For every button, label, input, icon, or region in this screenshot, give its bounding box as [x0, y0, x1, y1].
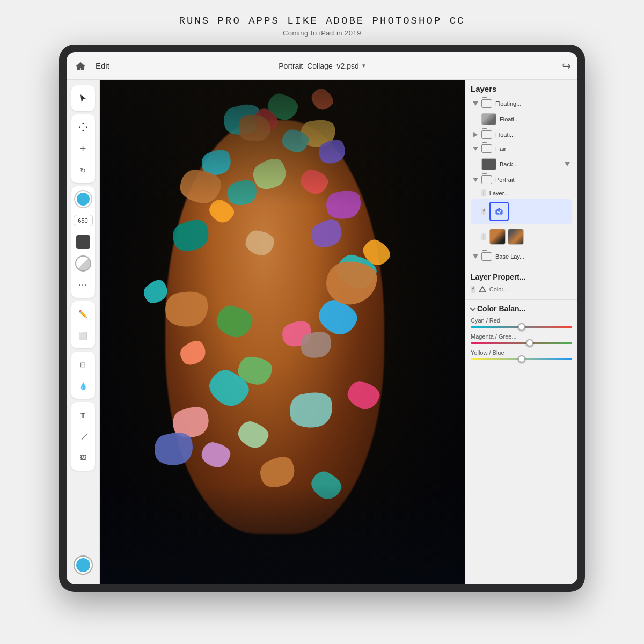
type-tool[interactable]: T [74, 405, 93, 425]
layer-base-folder[interactable]: Base Lay... [471, 250, 572, 264]
selected-layer-box [489, 202, 509, 221]
file-dropdown-arrow[interactable]: ▾ [362, 62, 365, 69]
cb-label-mag-green: Magenta / Gree... [471, 333, 572, 340]
svg-marker-1 [479, 287, 486, 292]
expand-icon-back[interactable] [565, 162, 570, 167]
layer-item-portrait[interactable]: f Layer... [471, 187, 572, 199]
folder-icon-base [481, 252, 492, 261]
color-balance-title: Color Balan... [471, 304, 572, 313]
tool-group-crop: ⊡ 💧 [71, 352, 95, 399]
color-prop-label: Color... [489, 286, 572, 292]
canvas-artwork [100, 80, 465, 584]
layer-name-item: Layer... [489, 190, 570, 196]
folder-icon-portrait [481, 175, 492, 184]
color-pieces [100, 80, 465, 584]
main-content: + ↻ 650 ··· [67, 80, 577, 584]
fx-label: f [471, 286, 475, 293]
right-panel: Layers Floating... Floati... [465, 80, 577, 584]
avatar-1 [489, 229, 506, 245]
home-icon[interactable] [73, 58, 88, 74]
bottom-color-indicator[interactable] [75, 557, 92, 574]
undo-button[interactable]: ↩ [562, 60, 571, 72]
mini-avatars [489, 226, 524, 247]
eyedropper-tool[interactable]: 💧 [74, 376, 93, 396]
layer-name-3: Floati... [495, 131, 570, 138]
cb-row-mag-green: Magenta / Gree... [471, 333, 572, 344]
cb-thumb-mag-green[interactable] [526, 339, 533, 347]
expand-icon-portrait[interactable] [473, 177, 478, 182]
fx-badge: f [481, 189, 486, 196]
header-title: RUNS PRO APPS LIKE ADOBE PHOTOSHOP CC [179, 15, 465, 27]
line-tool[interactable]: — [69, 423, 97, 450]
expand-icon-2[interactable] [473, 132, 478, 137]
brush-size-display: 650 [74, 215, 93, 226]
cb-slider-cyan-red[interactable] [471, 326, 572, 328]
layer-floating-folder[interactable]: Floating... [471, 97, 572, 111]
avatar-2 [508, 229, 524, 245]
tool-group-pen: ✏️ ⬜ [71, 301, 95, 348]
layer-back[interactable]: Back... [471, 156, 572, 173]
tool-group-brush: 650 ··· [71, 186, 95, 298]
layer-floating-folder-2[interactable]: Floati... [471, 128, 572, 142]
expand-icon-hair[interactable] [473, 146, 478, 151]
prop-row-color: f Color... [471, 286, 572, 293]
fx-badge-2: f [481, 208, 486, 215]
layer-portrait-folder[interactable]: Portrait [471, 173, 572, 187]
brush-tool: 650 [74, 211, 93, 230]
crop-tool[interactable]: ⊡ [74, 355, 93, 374]
color-balance-section: Color Balan... Cyan / Red Magenta / Gree… [465, 300, 577, 584]
left-toolbar: + ↻ 650 ··· [67, 80, 100, 584]
layer-name-base: Base Lay... [495, 253, 570, 260]
cb-row-cyan-red: Cyan / Red [471, 317, 572, 328]
tool-group-move: + ↻ [71, 114, 95, 183]
opacity-tool[interactable] [74, 254, 93, 273]
image-tool[interactable]: 🖼 [74, 448, 93, 467]
fx-badge-3: f [481, 233, 486, 240]
tool-group-select [71, 85, 95, 111]
layer-color-balance-selected[interactable]: f [471, 199, 572, 224]
layer-floating-item[interactable]: Floati... [471, 111, 572, 128]
top-bar-left: Edit [73, 58, 137, 74]
arrow-tool[interactable] [74, 89, 93, 108]
layer-adjust[interactable]: f [471, 224, 572, 250]
header: RUNS PRO APPS LIKE ADOBE PHOTOSHOP CC Co… [179, 0, 465, 45]
ipad-screen: Edit Portrait_Collage_v2.psd ▾ ↩ [67, 52, 577, 584]
rotate-tool[interactable]: ↻ [74, 160, 93, 180]
more-brush-options[interactable]: ··· [74, 275, 93, 295]
folder-icon [481, 99, 492, 108]
layer-name-2: Floati... [500, 116, 570, 122]
layer-name-back: Back... [500, 161, 561, 167]
top-bar: Edit Portrait_Collage_v2.psd ▾ ↩ [67, 52, 577, 80]
layer-thumb-back [481, 158, 496, 170]
file-name: Portrait_Collage_v2.psd [279, 62, 358, 70]
layers-section: Layers Floating... Floati... [465, 80, 577, 268]
layer-name-hair: Hair [495, 145, 570, 152]
move-tool[interactable] [74, 118, 93, 137]
color-square-tool[interactable] [74, 232, 93, 252]
edit-button[interactable]: Edit [96, 61, 109, 70]
folder-icon-2 [481, 130, 492, 139]
folder-icon-hair [481, 144, 492, 153]
layer-props-title: Layer Propert... [471, 273, 572, 281]
canvas-area[interactable] [100, 80, 465, 584]
layers-title: Layers [471, 84, 572, 93]
cb-thumb-cyan-red[interactable] [518, 323, 525, 331]
expand-icon-base[interactable] [473, 254, 478, 259]
cb-chevron[interactable] [470, 305, 475, 311]
layer-name: Floating... [495, 100, 570, 107]
layer-hair-folder[interactable]: Hair [471, 142, 572, 156]
cb-title-text: Color Balan... [477, 304, 525, 313]
pen-tool[interactable]: ✏️ [74, 304, 93, 324]
add-tool[interactable]: + [74, 139, 93, 158]
expand-icon[interactable] [473, 101, 478, 106]
color-picker[interactable] [74, 189, 93, 209]
eraser-tool[interactable]: ⬜ [74, 326, 93, 345]
cb-slider-yellow-blue[interactable] [471, 358, 572, 360]
ipad-frame: Edit Portrait_Collage_v2.psd ▾ ↩ [59, 45, 585, 592]
cb-slider-mag-green[interactable] [471, 342, 572, 344]
cb-row-yellow-blue: Yellow / Blue [471, 349, 572, 360]
triangle-filter-icon [479, 286, 486, 293]
layer-thumbnail [481, 113, 496, 125]
layer-name-portrait: Portrait [495, 177, 570, 183]
cb-thumb-yellow-blue[interactable] [518, 355, 525, 363]
